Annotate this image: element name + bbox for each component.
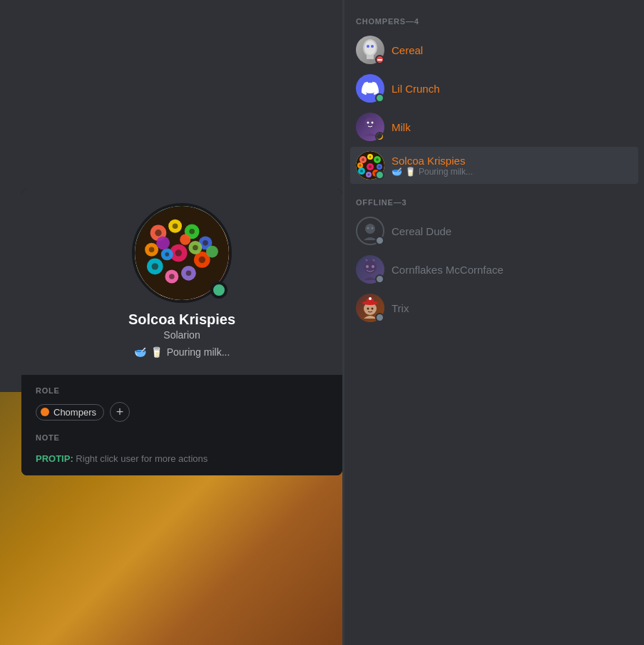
profile-username: Solarion (163, 329, 200, 341)
svg-point-55 (369, 165, 372, 168)
svg-point-56 (365, 224, 375, 234)
member-item-cornflakes[interactable]: Cornflakes McCornface (350, 251, 638, 288)
svg-point-60 (366, 265, 369, 268)
svg-point-25 (175, 249, 182, 256)
svg-point-20 (199, 257, 205, 263)
svg-point-35 (367, 122, 369, 124)
svg-point-22 (169, 274, 175, 279)
member-avatar-lilcrunch (356, 74, 384, 103)
sub-text: Pouring milk... (419, 167, 473, 177)
status-idle-milk (375, 132, 384, 141)
profile-card-header: Solcoa Krispies Solarion 🥣 🥛 Pouring mil… (21, 189, 342, 375)
member-item-trix[interactable]: Trix (350, 289, 638, 326)
role-color-dot (41, 408, 49, 416)
note-section: NOTE (36, 433, 328, 442)
svg-point-34 (364, 118, 376, 129)
svg-point-13 (180, 234, 190, 245)
offline-category-label: OFFLINE—3 (350, 192, 638, 210)
member-name-trix: Trix (392, 302, 633, 314)
svg-point-24 (149, 247, 155, 253)
svg-point-61 (372, 265, 374, 268)
status-emoji2: 🥛 (150, 346, 163, 358)
member-info-trix: Trix (392, 302, 633, 314)
svg-point-21 (186, 271, 192, 277)
svg-marker-63 (372, 259, 375, 262)
svg-point-32 (367, 45, 369, 48)
svg-point-26 (193, 245, 198, 251)
svg-point-17 (173, 224, 178, 229)
member-item-solcoa[interactable]: Solcoa Krispies 🥣 🥛 Pouring milk... (350, 147, 638, 184)
status-offline-cereal-dude (375, 236, 384, 245)
member-avatar-cereal (356, 36, 384, 64)
svg-point-33 (371, 45, 374, 48)
avatar-wrapper (132, 203, 232, 303)
svg-point-43 (376, 158, 379, 161)
svg-marker-62 (365, 259, 368, 262)
sub-emoji2: 🥛 (405, 167, 416, 177)
add-role-button[interactable]: + (110, 402, 130, 422)
member-item-cereal-dude[interactable]: Cereal Dude (350, 212, 638, 249)
svg-point-58 (372, 227, 374, 229)
member-avatar-solcoa (356, 151, 384, 180)
roles-row: Chompers + (36, 402, 328, 422)
svg-rect-30 (367, 55, 374, 59)
protip-label: PROTIP: (36, 453, 73, 464)
svg-point-23 (152, 263, 158, 269)
svg-point-27 (165, 252, 169, 257)
status-dnd-cereal (375, 55, 384, 64)
member-avatar-trix (356, 294, 384, 322)
profile-card: Solcoa Krispies Solarion 🥣 🥛 Pouring mil… (21, 189, 342, 475)
protip-text: PROTIP: Right click user for more action… (36, 453, 328, 464)
svg-point-51 (360, 170, 363, 172)
member-name-cereal: Cereal (392, 44, 633, 56)
status-offline-cornflakes (375, 274, 384, 284)
member-name-cereal-dude: Cereal Dude (392, 225, 633, 237)
member-info-milk: Milk (392, 121, 633, 133)
svg-point-16 (155, 229, 161, 236)
svg-point-36 (372, 122, 374, 124)
member-avatar-milk (356, 113, 384, 141)
svg-point-41 (369, 156, 372, 158)
member-info-cornflakes: Cornflakes McCornface (392, 264, 633, 276)
member-info-lilcrunch: Lil Crunch (392, 83, 633, 95)
svg-point-49 (368, 174, 370, 176)
protip-content: Right click user for more actions (76, 453, 208, 464)
sub-emoji1: 🥣 (392, 167, 402, 177)
svg-point-14 (156, 236, 170, 249)
svg-point-29 (364, 41, 376, 55)
member-info-solcoa: Solcoa Krispies 🥣 🥛 Pouring milk... (392, 155, 633, 177)
profile-name: Solcoa Krispies (128, 311, 235, 328)
status-offline-trix (375, 313, 384, 322)
status-online-solcoa (375, 170, 384, 180)
profile-status: 🥣 🥛 Pouring milk... (134, 346, 230, 358)
svg-point-18 (189, 229, 195, 234)
member-sub-solcoa: 🥣 🥛 Pouring milk... (392, 167, 633, 177)
status-text: Pouring milk... (167, 346, 230, 358)
status-emoji1: 🥣 (134, 346, 146, 358)
member-list-panel: CHOMPERS—4 Cereal (344, 0, 644, 645)
svg-point-69 (372, 308, 374, 310)
svg-point-57 (367, 227, 369, 229)
member-name-lilcrunch: Lil Crunch (392, 83, 633, 95)
member-info-cereal: Cereal (392, 44, 633, 56)
note-section-label: NOTE (36, 433, 328, 442)
role-badge-chompers[interactable]: Chompers (36, 404, 104, 420)
member-item-milk[interactable]: Milk (350, 108, 638, 145)
svg-point-67 (369, 297, 372, 300)
member-avatar-cereal-dude (356, 217, 384, 245)
member-item-cereal[interactable]: Cereal (350, 31, 638, 68)
online-status-indicator (210, 282, 228, 299)
online-category-label: CHOMPERS—4 (350, 11, 638, 29)
svg-point-45 (379, 166, 381, 168)
member-info-cereal-dude: Cereal Dude (392, 225, 633, 237)
svg-point-68 (367, 308, 369, 310)
status-online-lilcrunch (375, 93, 384, 103)
svg-point-39 (362, 158, 364, 161)
member-name-solcoa: Solcoa Krispies (392, 155, 633, 167)
member-item-lilcrunch[interactable]: Lil Crunch (350, 70, 638, 107)
svg-point-19 (203, 240, 208, 246)
member-name-cornflakes: Cornflakes McCornface (392, 264, 633, 276)
profile-card-body: ROLE Chompers + NOTE PROTIP: Right click… (21, 375, 342, 475)
role-section-label: ROLE (36, 386, 328, 395)
role-name: Chompers (53, 407, 96, 418)
